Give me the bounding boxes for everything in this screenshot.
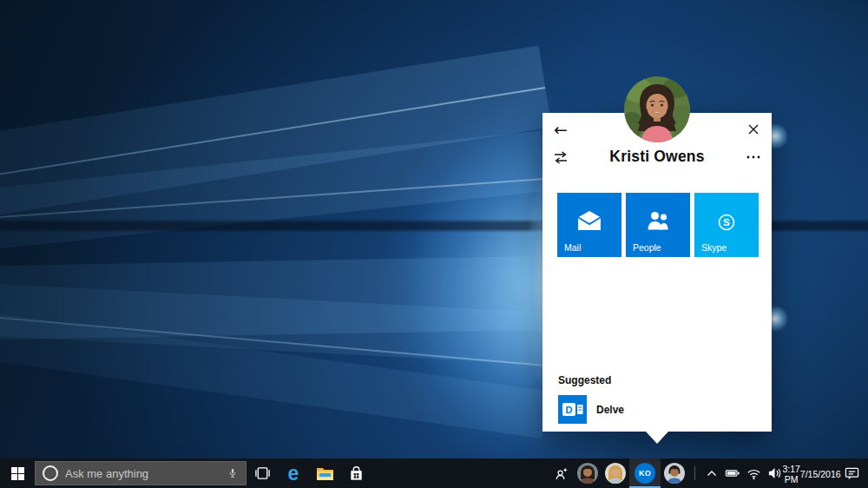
tile-label: Mail bbox=[564, 242, 581, 253]
man-avatar bbox=[664, 463, 685, 484]
pinned-contact-3[interactable] bbox=[661, 458, 688, 488]
cortana-icon bbox=[43, 465, 58, 481]
volume-button[interactable] bbox=[764, 458, 785, 488]
wifi-icon bbox=[746, 467, 761, 480]
tray-divider bbox=[694, 466, 695, 480]
file-explorer-button[interactable] bbox=[309, 458, 340, 488]
edge-browser-button[interactable]: e bbox=[278, 458, 309, 488]
suggested-heading: Suggested bbox=[558, 374, 611, 386]
tile-label: People bbox=[633, 242, 661, 253]
svg-text:D: D bbox=[566, 405, 573, 415]
task-view-button[interactable] bbox=[247, 458, 278, 488]
edge-icon: e bbox=[288, 464, 299, 484]
people-flyout-panel: ← Kristi Owens bbox=[542, 113, 772, 432]
windows-logo-icon bbox=[11, 467, 24, 480]
desktop-screen: ← Kristi Owens bbox=[0, 0, 868, 488]
tile-label: Skype bbox=[701, 242, 727, 253]
battery-icon bbox=[725, 465, 740, 481]
chevron-up-icon bbox=[707, 470, 717, 477]
action-center-icon bbox=[845, 466, 859, 480]
store-icon bbox=[348, 465, 365, 482]
clock-date: 7/15/2016 bbox=[800, 469, 841, 479]
arrow-left-icon: ← bbox=[554, 120, 568, 139]
battery-button[interactable] bbox=[722, 458, 743, 488]
active-contact-ko-button[interactable]: KO bbox=[629, 458, 661, 488]
suggested-app-delve[interactable]: D Delve bbox=[558, 395, 624, 424]
microphone-icon[interactable] bbox=[227, 465, 239, 481]
action-center-button[interactable] bbox=[838, 458, 865, 488]
skype-tile[interactable]: S Skype bbox=[694, 193, 759, 257]
suggested-app-label: Delve bbox=[596, 404, 624, 416]
pinned-apps: e bbox=[247, 458, 372, 488]
taskbar: Ask me anything e bbox=[0, 458, 868, 488]
taskbar-right-cluster: KO bbox=[548, 458, 868, 488]
network-button[interactable] bbox=[743, 458, 764, 488]
flyout-callout-tail bbox=[646, 432, 668, 444]
show-hidden-icons-button[interactable] bbox=[701, 458, 722, 488]
woman-dark-hair-avatar bbox=[577, 463, 598, 484]
clock[interactable]: 3:17 PM 7/15/2016 bbox=[785, 458, 838, 488]
speaker-icon bbox=[767, 466, 782, 480]
skype-icon: S bbox=[714, 210, 739, 234]
woman-blonde-avatar bbox=[605, 463, 626, 484]
close-button[interactable] bbox=[744, 120, 763, 139]
app-tiles: Mail People S Skype bbox=[557, 193, 759, 257]
people-icon bbox=[646, 210, 670, 231]
task-view-icon bbox=[254, 465, 271, 481]
pinned-contact-2[interactable] bbox=[602, 458, 629, 488]
clock-time: 3:17 PM bbox=[782, 464, 799, 485]
search-placeholder: Ask me anything bbox=[65, 467, 220, 480]
mail-envelope-icon bbox=[576, 210, 602, 231]
file-explorer-icon bbox=[316, 466, 334, 481]
contact-name: Kristi Owens bbox=[542, 148, 772, 166]
person-with-star-icon bbox=[554, 466, 569, 481]
people-hub-button[interactable] bbox=[548, 458, 574, 488]
svg-text:S: S bbox=[723, 217, 729, 228]
cortana-search-box[interactable]: Ask me anything bbox=[35, 461, 247, 485]
contact-photo bbox=[624, 76, 690, 142]
delve-icon: D bbox=[558, 395, 587, 424]
mail-tile[interactable]: Mail bbox=[557, 193, 621, 257]
people-tile[interactable]: People bbox=[626, 193, 690, 257]
contact-initials-badge: KO bbox=[635, 463, 655, 484]
start-button[interactable] bbox=[0, 458, 35, 488]
close-icon bbox=[748, 124, 759, 135]
pinned-contact-1[interactable] bbox=[574, 458, 602, 488]
store-button[interactable] bbox=[340, 458, 372, 488]
back-button[interactable]: ← bbox=[551, 120, 570, 139]
